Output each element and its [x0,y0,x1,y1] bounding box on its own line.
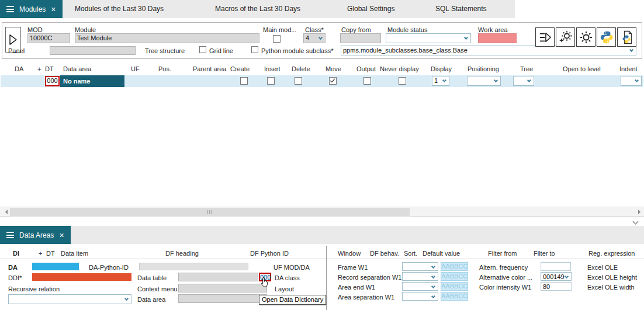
python-subclass-dropdown[interactable]: ppms.module_subclasses.base_class.Base [341,46,636,55]
col-df-behav: DF behav. [370,250,399,257]
hand-cursor [261,277,269,290]
chevron-down-icon [318,36,323,40]
python-icon [600,30,614,44]
scroll-left-button[interactable] [0,207,10,217]
mod-input[interactable]: 10000C [27,33,70,43]
close-tab-icon[interactable]: × [51,5,56,13]
hamburger-menu-icon[interactable] [6,232,14,238]
col-di: DI [13,250,19,257]
col-insert: Insert [264,65,281,72]
scrollbar-thumb[interactable]: III [10,208,410,217]
tab-modules[interactable]: Modules × [0,0,63,18]
record-separation-w1-color-swatch[interactable]: AABBCC [441,272,468,281]
col-add[interactable]: + [39,250,42,257]
area-separation-w1-color-swatch[interactable]: AABBCC [441,292,468,301]
tab-modules-last-30-days[interactable]: Modules of the Last 30 Days [75,0,164,18]
frame-w1-dropdown[interactable] [402,262,438,271]
col-output: Output [356,65,376,72]
horizontal-scrollbar[interactable]: III [0,207,644,217]
tree-structure-label: Tree structure [145,47,185,55]
data-area-input[interactable] [178,294,267,303]
settings-button[interactable] [576,27,595,47]
gear-macro-icon [559,30,573,44]
row-delete-checkbox[interactable] [295,77,302,85]
chevron-down-icon [431,284,435,288]
da-class-label: DA class [275,274,300,282]
row-tree-dropdown[interactable] [513,76,534,86]
grid-line-checkbox[interactable] [199,46,206,53]
hamburger-menu-icon[interactable] [6,6,14,12]
area-end-w1-color-swatch[interactable]: AABBCC [441,282,468,291]
row-dt-cell[interactable]: 000 [45,76,60,86]
col-filter-from: Filter from [488,250,517,257]
col-default-value: Default value [423,250,460,257]
altern-frequency-input[interactable] [541,262,571,271]
copy-from-input[interactable] [340,33,381,43]
play-icon [9,34,18,46]
col-df-python-id: DF Python ID [250,250,289,257]
col-da: DA [15,65,23,72]
chevron-down-icon [565,274,569,278]
run-sequence-button[interactable] [535,27,555,47]
tab-data-areas[interactable]: Data Areas × [0,226,71,244]
recursive-relation-label: Recursive relation [8,285,60,293]
module-input[interactable]: Test Module [75,33,259,43]
arrow-right-icon [638,210,643,214]
data-table-input[interactable] [178,273,258,281]
record-separation-w1-label: Record separation W1 [338,274,401,281]
tab-global-settings[interactable]: Global Settings [347,0,394,18]
row-never-display-checkbox[interactable] [399,77,406,85]
python-module-button[interactable] [617,27,636,47]
main-module-checkbox[interactable] [273,35,281,43]
module-status-dropdown[interactable] [386,33,471,43]
row-positioning-dropdown[interactable] [467,76,501,86]
top-tab-bar: Modules × Modules of the Last 30 Days Ma… [0,0,515,18]
col-sort: Sort. [404,250,417,257]
row-indent-dropdown[interactable] [621,76,642,86]
context-menu-input[interactable] [178,284,267,292]
work-area-field[interactable] [478,33,517,43]
excel-ole-width-label: Excel OLE width [587,284,635,291]
frame-w1-color-swatch[interactable]: AABBCC [441,262,468,271]
row-move-checkbox[interactable] [329,77,337,85]
row-create-checkbox[interactable] [240,77,248,85]
layout-label: Layout [275,285,294,293]
panel-input[interactable] [50,46,136,55]
class-dropdown[interactable]: 4 [303,33,326,43]
scroll-right-button[interactable] [634,207,644,217]
chevron-down-icon [629,48,633,52]
close-tab-icon[interactable]: × [59,231,64,239]
tab-sql-statements[interactable]: SQL Statements [435,0,487,18]
row-data-area-cell[interactable]: No name [60,75,124,87]
data-area-grid-header: DA + DT Data area UF Pos. Parent area Cr… [0,65,644,75]
area-end-w1-dropdown[interactable] [402,282,438,291]
record-separation-w1-dropdown[interactable] [402,272,438,281]
col-move: Move [326,65,341,72]
tab-macros-last-30-days[interactable]: Macros of the Last 30 Days [215,0,300,18]
col-dt: DT [45,65,54,72]
col-create: Create [230,65,250,72]
col-add[interactable]: + [37,65,41,72]
area-separation-w1-dropdown[interactable] [402,292,438,301]
app-window: Modules × Modules of the Last 30 Days Ma… [0,0,644,310]
excel-ole-height-label: Excel OLE height [587,274,637,281]
arrow-left-icon [3,210,8,214]
python-subclass-checkbox[interactable] [251,46,258,53]
alternative-color-dropdown[interactable]: 000149 [541,272,572,281]
row-output-checkbox[interactable] [363,77,371,85]
data-area-row[interactable]: 000 No name 1 [1,75,643,87]
da-python-id-input[interactable] [139,263,248,270]
row-insert-checkbox[interactable] [267,77,275,85]
ddi-value-field[interactable] [32,273,131,281]
chevron-down-icon [431,294,435,298]
grid-line-label: Grid line [209,47,233,55]
da-value-field[interactable] [32,263,79,270]
tab-data-areas-label: Data Areas [19,231,54,239]
gear-macro-button[interactable] [556,27,575,47]
row-display-dropdown[interactable]: 1 [432,76,449,86]
col-filter-to: Filter to [534,250,555,257]
recursive-relation-dropdown[interactable] [8,294,131,304]
color-intensity-w1-input[interactable]: 80 [541,282,572,291]
collapse-panel-chevron-icon[interactable] [633,219,639,225]
python-button[interactable] [597,27,616,47]
